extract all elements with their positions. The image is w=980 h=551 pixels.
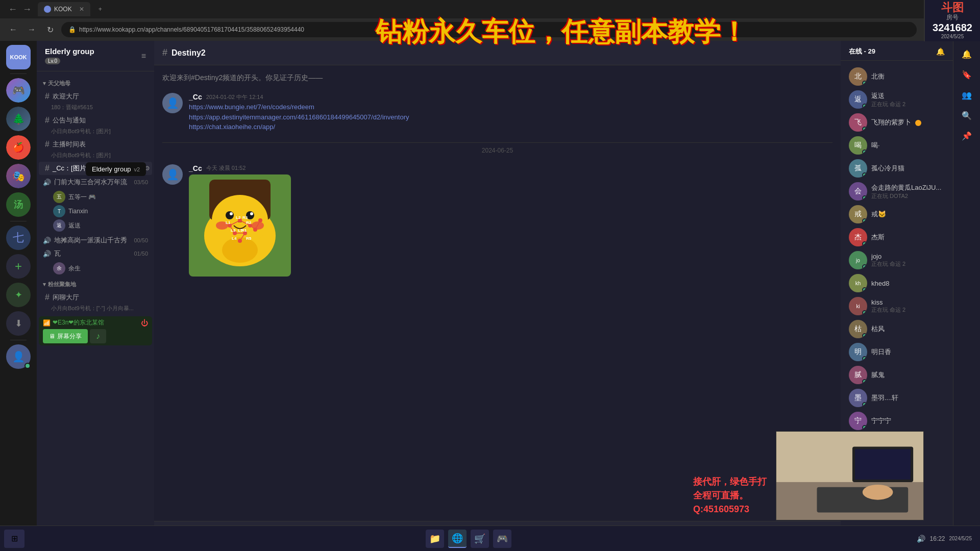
online-user-moyu[interactable]: 墨 墨羽....轩 (843, 387, 951, 409)
voice-channel-1[interactable]: 🔊 门前大海三合河水万年流 03/50 (37, 176, 154, 189)
online-user-khed8[interactable]: kh khed8 (843, 272, 951, 294)
message-body-2: _Cc 今天 凌晨 01:52 (189, 164, 832, 279)
message-image-2: L1 L2 R3 R2 L3 L5 R1 R5 L4 (189, 174, 832, 279)
download-btn[interactable]: ⬇ (6, 311, 31, 336)
avatar-emoji-guxin: 孤 (854, 164, 862, 173)
taskbar-chrome[interactable]: 🌐 (448, 530, 467, 548)
user-name-kiss: kiss (871, 298, 945, 306)
user-name-jojo: jojo (871, 253, 945, 260)
server-icon-4[interactable]: 🎭 (6, 164, 31, 188)
avatar-emoji-huangua: 会 (854, 187, 862, 196)
online-user-nigui[interactable]: 腻 腻鬼 (843, 364, 951, 386)
user-info-he: 喝· (871, 141, 945, 150)
online-user-ning[interactable]: 宁 宁宁宁 (843, 410, 951, 432)
user-avatar-sidebar[interactable]: 👤 (6, 344, 31, 369)
taskbar-store[interactable]: 🛒 (471, 530, 489, 548)
online-user-guxin[interactable]: 孤 孤心冷月猫 (843, 157, 951, 180)
music-power-icon[interactable]: ⏻ (141, 319, 148, 327)
voice-user-name-1: 五等一 🎮 (68, 193, 96, 202)
channel-welcome-lobby[interactable]: # 欢迎大厅 (39, 90, 152, 103)
right-icons-strip: 🔔 🔖 👥 🔍 📌 + (953, 41, 980, 551)
action-members-icon[interactable]: 👥 (958, 86, 976, 104)
avatar-icon-1: 👤 (166, 97, 179, 109)
voice-users-3: 余 余生 (37, 260, 154, 277)
online-user-mingrixiang[interactable]: 明 明日香 (843, 341, 951, 363)
taskbar: ⊞ 📁 🌐 🛒 🎮 🔊 16:22 2024/5/25 (0, 525, 980, 551)
browser-chrome: ← → KOOK ✕ + ← → ↻ 🔒 https://www.kookapp… (0, 0, 980, 41)
tab-bar-back[interactable]: ← (6, 4, 19, 15)
online-user-kufeng[interactable]: 枯 枯风 (843, 318, 951, 340)
taskbar-start[interactable]: ⊞ (4, 530, 24, 548)
online-user-jies[interactable]: 杰 杰斯 (843, 226, 951, 248)
category-arrow: ▾ (43, 80, 46, 87)
server-name[interactable]: Elderly group (45, 47, 94, 56)
category-tianfu[interactable]: ▾ 天父地母 (37, 76, 154, 89)
channel-schedule[interactable]: # 主播时间表 (39, 138, 152, 151)
avatar-emoji-jojo: jo (856, 258, 860, 263)
screen-share-label: 屏幕分享 (57, 332, 82, 341)
messages-area[interactable]: 欢迎来到#Destiny2频道的开头。你见证子历史—— 👤 _Cc 2024-0… (154, 65, 841, 521)
nav-forward-btn[interactable]: → (24, 22, 39, 37)
channel-hash-icon-active: # (45, 164, 50, 173)
voice-channel-name-3: 瓦 (54, 249, 61, 258)
server-icon-6[interactable]: 七 (6, 226, 31, 250)
tab-bar-forward[interactable]: → (20, 4, 34, 15)
taskbar-audio[interactable]: 🔊 (917, 535, 925, 543)
link-2[interactable]: https://app.destinyitemmanager.com/46116… (189, 112, 832, 122)
voice-user-name-3: 返送 (68, 221, 81, 230)
music-btn[interactable]: ♪ (90, 329, 106, 343)
online-user-huangua[interactable]: 会 会走路的黄瓜LaoZiJU... 正在玩 DOTA2 (843, 180, 951, 203)
voice-channel-3[interactable]: 🔊 瓦 01/50 (37, 247, 154, 260)
message-content-1: https://www.bungie.net/7/en/codes/redeem… (189, 102, 832, 132)
nav-back-btn[interactable]: ← (6, 22, 20, 37)
notification-bell[interactable]: 🔔 (936, 47, 945, 56)
screen-share-btn[interactable]: 🖥 屏幕分享 (43, 329, 88, 343)
status-nigui (862, 379, 867, 384)
action-pins-icon[interactable]: 📌 (958, 127, 976, 145)
online-user-fansong[interactable]: 返 返送 正在玩 命运 2 (843, 88, 951, 111)
brand-logo-text: 斗图 (941, 2, 964, 13)
discovery-btn[interactable]: ✦ (6, 283, 31, 307)
online-user-feixiang[interactable]: 飞 飞翔的紫萝卜 (843, 111, 951, 134)
online-user-jie[interactable]: 戒 戒🐱 (843, 203, 951, 226)
action-bookmark-icon[interactable]: 🔖 (958, 65, 976, 84)
avatar-emoji-jie: 戒 (854, 210, 862, 219)
server-icon-3-active[interactable]: 🍎 (6, 135, 31, 160)
tab-kook[interactable]: KOOK ✕ (38, 2, 90, 16)
taskbar-steam[interactable]: 🎮 (493, 530, 511, 548)
message-author-2: _Cc (189, 164, 202, 172)
tab-close[interactable]: ✕ (79, 6, 84, 13)
voice-channel-2[interactable]: 🔊 地摊高岗一派溪山千古秀 00/50 (37, 234, 154, 247)
address-bar[interactable]: 🔒 https://www.kookapp.cn/app/channels/68… (61, 22, 917, 37)
action-search-icon[interactable]: 🔍 (958, 106, 976, 124)
channel-announcements[interactable]: # 公告与通知 (39, 114, 152, 127)
tooltip-text: Elderly group (92, 165, 131, 173)
tab-new[interactable]: + (92, 2, 108, 16)
online-user-jojo[interactable]: jo jojo 正在玩 命运 2 (843, 249, 951, 271)
server-icon-1[interactable]: 🎮 (6, 78, 31, 103)
online-user-kiss[interactable]: ki kiss 正在玩 命运 2 (843, 295, 951, 317)
kook-logo[interactable]: KOOK (6, 45, 31, 69)
channel-casual[interactable]: # 闲聊大厅 (39, 291, 152, 304)
voice-user-name-2: Tianxin (68, 208, 88, 215)
user-name-feixiang: 飞翔的紫萝卜 (871, 118, 945, 127)
user-info-beiwei: 北衡 (871, 72, 945, 81)
category-fans[interactable]: ▾ 粉丝聚集地 (37, 277, 154, 290)
action-bell-icon[interactable]: 🔔 (958, 45, 976, 63)
link-1[interactable]: https://www.bungie.net/7/en/codes/redeem (189, 102, 832, 112)
taskbar-explorer[interactable]: 📁 (426, 530, 444, 548)
online-user-he[interactable]: 喝 喝· (843, 134, 951, 157)
server-icon-5[interactable]: 汤 (6, 192, 31, 217)
add-server-btn[interactable]: + (6, 254, 31, 279)
status-jie (862, 218, 867, 223)
nav-refresh-btn[interactable]: ↻ (43, 22, 57, 37)
user-name-jie: 戒🐱 (871, 210, 945, 219)
server-icon-2[interactable]: 🌲 (6, 107, 31, 131)
link-3[interactable]: https://chat.xiaoheihe.cn/app/ (189, 122, 832, 132)
welcome-message: 欢迎来到#Destiny2频道的开头。你见证子历史—— (162, 73, 832, 83)
taskbar-tray: 🔊 16:22 2024/5/25 (913, 535, 976, 543)
server-menu-btn[interactable]: ≡ (141, 52, 146, 61)
user-info-feixiang: 飞翔的紫萝卜 (871, 118, 945, 127)
message-header-2: _Cc 今天 凌晨 01:52 (189, 164, 832, 172)
online-user-beiwei[interactable]: 北 北衡 (843, 65, 951, 88)
